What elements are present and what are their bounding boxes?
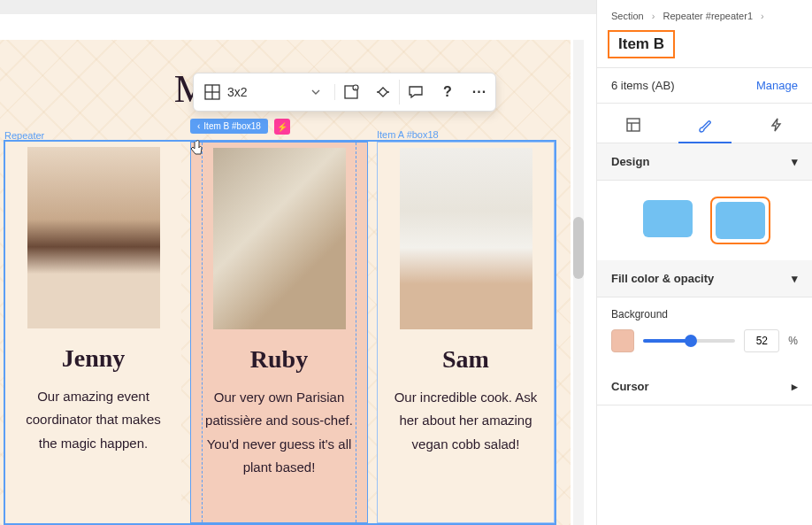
card-name: Jenny	[62, 344, 126, 373]
comment-button[interactable]	[400, 76, 432, 108]
card-name: Ruby	[250, 345, 308, 374]
container-settings-button[interactable]: +	[335, 76, 367, 108]
tab-layout[interactable]	[607, 111, 660, 143]
breadcrumb[interactable]: Section › Repeater #repeater1 ›	[597, 0, 812, 30]
chevron-down-icon: ▾	[792, 155, 798, 168]
accordion-cursor[interactable]: Cursor ▸	[597, 368, 812, 405]
design-swatch-row	[597, 181, 812, 260]
animation-button[interactable]	[367, 76, 399, 108]
more-icon: ···	[471, 84, 487, 100]
item-b-tag[interactable]: ‹ Item B #box18	[190, 119, 268, 134]
breadcrumb-item[interactable]: Repeater #repeater1	[663, 11, 754, 21]
floating-toolbar: 3x2 + ? ···	[193, 73, 496, 112]
items-count: 6 items (AB)	[611, 79, 675, 92]
animate-icon	[375, 84, 391, 100]
tab-design[interactable]	[678, 111, 732, 143]
cursor-hand-icon	[189, 140, 205, 156]
repeater-grid[interactable]: Jenny Our amazing event coordinator that…	[4, 140, 556, 525]
photo-ruby	[213, 148, 346, 329]
accordion-fill[interactable]: Fill color & opacity ▾	[597, 260, 812, 297]
svg-rect-6	[627, 119, 640, 131]
brush-icon	[697, 117, 713, 136]
help-button[interactable]: ?	[432, 76, 463, 108]
photo-jenny	[27, 147, 160, 328]
card-sam[interactable]: Sam Our incredible cook. Ask her about h…	[377, 142, 555, 523]
inspector-tabs	[597, 104, 812, 143]
grid-icon	[204, 84, 220, 100]
chevron-right-icon: ▸	[792, 380, 798, 393]
chevron-left-icon: ‹	[197, 121, 200, 131]
more-button[interactable]: ···	[463, 76, 495, 108]
breadcrumb-item[interactable]: Section	[611, 11, 644, 21]
design-swatch-b[interactable]	[710, 197, 770, 244]
card-name: Sam	[442, 345, 489, 374]
opacity-slider[interactable]	[643, 339, 735, 343]
chevron-down-icon	[308, 84, 324, 100]
scrollbar-thumb[interactable]	[573, 217, 584, 279]
card-jenny[interactable]: Jenny Our amazing event coordinator that…	[5, 142, 181, 523]
opacity-unit: %	[788, 335, 798, 347]
design-swatch-a[interactable]	[640, 197, 696, 244]
card-desc: Our incredible cook. Ask her about her a…	[388, 386, 543, 456]
tab-interactions[interactable]	[750, 111, 803, 143]
item-a-tag[interactable]: Item A #box18	[377, 129, 439, 140]
selection-label: Item B	[608, 30, 675, 58]
card-desc: Our amazing event coordinator that makes…	[16, 385, 171, 455]
layout-icon	[625, 117, 641, 136]
background-swatch[interactable]	[611, 329, 634, 352]
grid-dropdown[interactable]: 3x2	[194, 84, 335, 100]
chevron-right-icon: ›	[761, 11, 764, 21]
inspector-sidebar: Section › Repeater #repeater1 › Item B 6…	[596, 0, 812, 525]
bolt-icon	[769, 117, 785, 136]
background-label: Background	[611, 308, 798, 320]
card-ruby[interactable]: Ruby Our very own Parisian patissière an…	[190, 142, 368, 523]
help-icon: ?	[440, 84, 456, 100]
bolt-badge[interactable]: ⚡	[274, 119, 290, 135]
grid-value: 3x2	[227, 85, 301, 99]
container-icon: +	[343, 84, 359, 100]
opacity-input[interactable]: 52	[744, 329, 779, 352]
bolt-icon: ⚡	[277, 122, 287, 132]
svg-text:+: +	[355, 86, 357, 91]
chevron-down-icon: ▾	[792, 272, 798, 285]
card-desc: Our very own Parisian patissière and sou…	[202, 386, 356, 479]
accordion-design[interactable]: Design ▾	[597, 143, 812, 181]
canvas-scrollbar[interactable]	[573, 40, 584, 525]
manage-link[interactable]: Manage	[756, 79, 798, 92]
photo-sam	[400, 148, 532, 329]
comment-icon	[408, 84, 424, 100]
chevron-right-icon: ›	[652, 11, 655, 21]
